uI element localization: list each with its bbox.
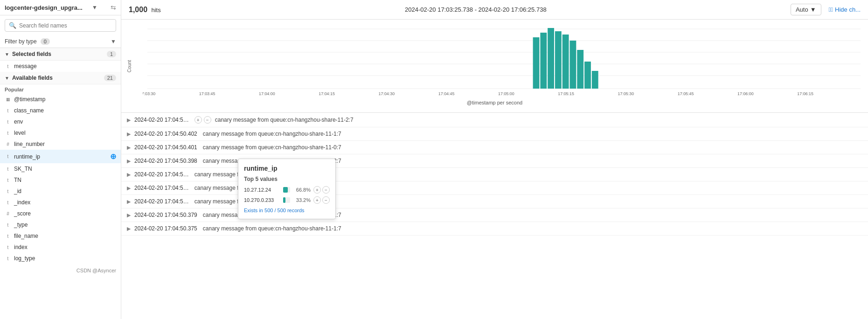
add-field-icon[interactable]: ⊕: [110, 152, 116, 161]
log-message: canary message from queue:cn-hangzhou-sh…: [215, 117, 354, 123]
log-row[interactable]: ▶ 2024-02-20 17:04:50.398 canary message…: [121, 154, 868, 168]
tooltip-section-title: Top 5 values: [244, 176, 330, 182]
svg-rect-15: [555, 31, 562, 89]
remove-value-filter-icon[interactable]: −: [322, 186, 330, 194]
chevron-down-icon: ▼: [111, 38, 116, 45]
value-pct-2: 33.2%: [293, 197, 311, 203]
value-bar-wrap-2: [283, 197, 290, 203]
sidebar: logcenter-gdesign_upgra... ▼ ⇆ 🔍 Filter …: [0, 0, 121, 319]
search-box: 🔍: [5, 19, 116, 32]
log-row[interactable]: ▶ 2024-02-20 17:04:5… canary message fro…: [121, 168, 868, 181]
log-message: canary message from queue:cn-hangzhou-sh…: [203, 131, 341, 137]
field-log_type[interactable]: t log_type: [0, 253, 121, 264]
value-row-2: 10.270.0.233 33.2% + −: [244, 196, 330, 204]
log-row[interactable]: ▶ 2024-02-20 17:04:50.379 canary message…: [121, 208, 868, 222]
field-_type[interactable]: t _type: [0, 219, 121, 230]
auto-select[interactable]: Auto ▼: [791, 4, 821, 15]
log-timestamp: 2024-02-20 17:04:50.402: [134, 131, 197, 137]
main-header: 1,000 hits 2024-02-20 17:03:25.738 - 202…: [121, 0, 868, 20]
available-fields-section[interactable]: ▼ Available fields 21: [0, 72, 121, 84]
remove-filter-icon[interactable]: −: [204, 116, 211, 124]
svg-text:17:06:00: 17:06:00: [737, 91, 754, 96]
field-index[interactable]: t index: [0, 242, 121, 253]
panel-toggle-icon[interactable]: ⇆: [111, 4, 116, 11]
expand-icon[interactable]: ▶: [127, 172, 131, 178]
time-range: 2024-02-20 17:03:25.738 - 2024-02-20 17:…: [168, 6, 783, 13]
remove-value-filter-icon[interactable]: −: [322, 196, 330, 204]
value-actions-2: + −: [313, 196, 330, 204]
field-type-text: t: [5, 166, 11, 172]
expand-icon[interactable]: ▶: [127, 145, 131, 151]
log-row[interactable]: ▶ 2024-02-20 17:04:50.402 canary message…: [121, 127, 868, 141]
log-row[interactable]: ▶ 2024-02-20 17:04:5… canary message fro…: [121, 181, 868, 195]
expand-icon[interactable]: ▶: [127, 226, 131, 232]
field-type-text: t: [5, 178, 11, 183]
field-env[interactable]: t env: [0, 116, 121, 127]
field-_id[interactable]: t _id: [0, 186, 121, 197]
expand-icon[interactable]: ▶: [127, 185, 131, 191]
x-axis-label: @timestamp per second: [129, 100, 861, 105]
field-class_name[interactable]: t class_name: [0, 105, 121, 116]
field-name-label: class_name: [14, 107, 116, 114]
value-bar-wrap-1: [283, 187, 290, 193]
available-fields-title: Available fields: [12, 75, 104, 81]
tooltip-footer: Exists in 500 / 500 records: [244, 208, 330, 213]
selected-fields-section[interactable]: ▼ Selected fields 1: [0, 48, 121, 61]
hits-count: 1,000 hits: [129, 6, 161, 14]
field-type-text: t: [5, 108, 11, 113]
field-type-number: #: [5, 211, 11, 216]
field-file_name[interactable]: t file_name: [0, 230, 121, 242]
svg-text:17:03:30: 17:03:30: [143, 91, 155, 96]
value-ip-1: 10.27.12.24: [244, 187, 280, 193]
field-timestamp[interactable]: ▦ @timestamp: [0, 94, 121, 105]
field-_index[interactable]: t _index: [0, 197, 121, 208]
svg-text:17:05:30: 17:05:30: [618, 91, 634, 96]
log-timestamp: 2024-02-20 17:04:50.401: [134, 144, 197, 151]
field-type-text: t: [5, 234, 11, 239]
eye-slash-icon: 👁⃠: [829, 6, 833, 13]
field-TN[interactable]: t TN: [0, 174, 121, 186]
field-type-text: t: [5, 200, 11, 205]
add-filter-icon[interactable]: +: [194, 116, 202, 124]
log-timestamp: 2024-02-20 17:04:50.398: [134, 158, 197, 164]
log-message: canary message from queue:cn-hangzhou-sh…: [203, 225, 341, 232]
svg-text:17:06:15: 17:06:15: [797, 91, 813, 96]
expand-icon[interactable]: ▶: [127, 131, 131, 137]
add-value-filter-icon[interactable]: +: [313, 186, 321, 194]
log-row[interactable]: ▶ 2024-02-20 17:04:5… + − canary message…: [121, 113, 868, 127]
chevron-down-icon[interactable]: ▼: [92, 4, 97, 11]
field-_score[interactable]: # _score: [0, 208, 121, 219]
expand-icon[interactable]: ▶: [127, 158, 131, 164]
hide-chart-button[interactable]: 👁⃠ Hide ch...: [829, 6, 861, 13]
popular-fields-list: ▦ @timestamp t class_name t env t level …: [0, 94, 121, 264]
expand-icon[interactable]: ▶: [127, 199, 131, 205]
field-runtime_ip[interactable]: t runtime_ip ⊕: [0, 150, 121, 163]
svg-text:17:03:45: 17:03:45: [199, 91, 215, 96]
field-type-text: t: [5, 64, 11, 69]
calendar-icon: ▦: [5, 97, 11, 102]
expand-icon[interactable]: ▶: [127, 117, 131, 123]
field-type-text: t: [5, 119, 11, 125]
field-SK_TN[interactable]: t SK_TN: [0, 163, 121, 174]
log-row[interactable]: ▶ 2024-02-20 17:04:50.375 canary message…: [121, 222, 868, 236]
field-name-label: runtime_ip: [14, 153, 110, 160]
search-input[interactable]: [19, 22, 112, 29]
field-name-label: _index: [14, 199, 116, 206]
tooltip-field-name: runtime_ip: [244, 165, 330, 172]
add-value-filter-icon[interactable]: +: [313, 196, 321, 204]
value-ip-2: 10.270.0.233: [244, 197, 280, 203]
field-name-label: _id: [14, 188, 116, 194]
log-row[interactable]: ▶ 2024-02-20 17:04:5… canary message fro…: [121, 195, 868, 208]
filter-row[interactable]: Filter by type 0 ▼: [0, 35, 121, 48]
svg-text:17:05:00: 17:05:00: [498, 91, 514, 96]
field-message[interactable]: t message: [0, 61, 121, 72]
field-level[interactable]: t level: [0, 127, 121, 139]
field-type-text: t: [5, 222, 11, 228]
selected-fields-count: 1: [107, 51, 116, 57]
field-name-label: SK_TN: [14, 166, 116, 172]
log-row[interactable]: ▶ 2024-02-20 17:04:50.401 canary message…: [121, 141, 868, 154]
log-timestamp: 2024-02-20 17:04:50.379: [134, 212, 197, 218]
expand-icon[interactable]: ▶: [127, 212, 131, 218]
field-line_number[interactable]: # line_number: [0, 139, 121, 150]
field-name-label: @timestamp: [14, 96, 116, 103]
